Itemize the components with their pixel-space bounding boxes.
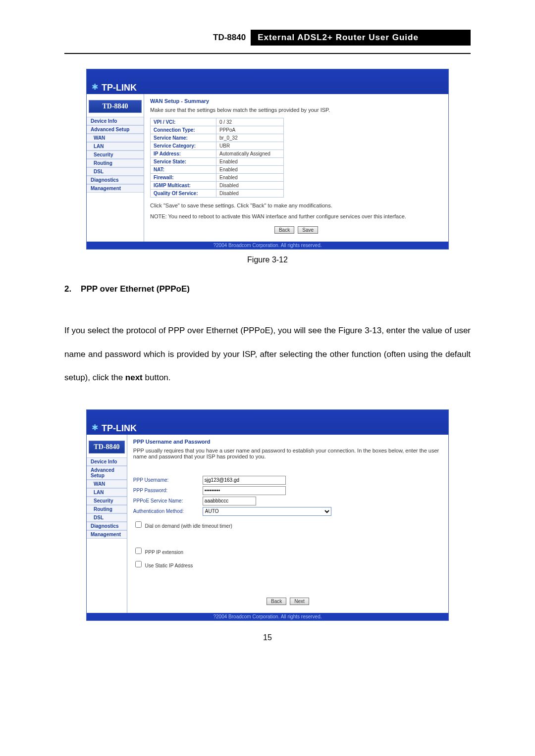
auth-method-label: Authentication Method: [133, 508, 203, 514]
nav-wan[interactable]: WAN [87, 480, 127, 488]
back-button[interactable]: Back [267, 598, 286, 605]
nav-dsl[interactable]: DSL [87, 513, 127, 522]
header-model: TD-8840 [208, 31, 251, 45]
dial-on-demand-checkbox[interactable] [135, 521, 142, 528]
nav-dsl[interactable]: DSL [87, 167, 144, 176]
nav-routing[interactable]: Routing [87, 505, 127, 513]
brand-name: TP-LINK [102, 83, 137, 93]
screenshot-wan-summary: TP-LINK TD-8840 Device Info Advanced Set… [86, 69, 449, 250]
row-value: Automatically Assigned [216, 150, 284, 158]
brand-logo-icon [92, 85, 100, 93]
summary-table: VPI / VCI:0 / 32 Connection Type:PPPoA S… [150, 118, 284, 198]
nav-device-info[interactable]: Device Info [87, 117, 144, 125]
body-paragraph: If you select the protocol of PPP over E… [64, 319, 471, 390]
ppp-ip-extension-checkbox[interactable] [135, 548, 142, 554]
row-label: NAT: [151, 166, 216, 174]
row-value: PPPoA [216, 126, 284, 134]
section-title-text: PPP over Ethernet (PPPoE) [81, 284, 190, 294]
row-label: VPI / VCI: [151, 118, 216, 126]
next-button[interactable]: Next [290, 598, 309, 605]
pppoe-service-input[interactable] [203, 497, 256, 505]
header-title: External ADSL2+ Router User Guide [251, 30, 471, 46]
figure-caption-1: Figure 3-12 [64, 255, 471, 264]
static-ip-label: Use Static IP Address [145, 563, 193, 568]
body-text-bold: next [125, 373, 143, 382]
ppp-ip-extension-label: PPP IP extension [145, 550, 183, 555]
row-value: Disabled [216, 182, 284, 190]
body-text-tail: button. [143, 373, 171, 382]
nav-management[interactable]: Management [87, 184, 144, 193]
row-label: Service State: [151, 158, 216, 166]
ppp-username-input[interactable] [203, 476, 286, 485]
content-title: PPP Username and Password [133, 439, 442, 445]
save-note: Click "Save" to save these settings. Cli… [150, 202, 442, 208]
row-label: Service Name: [151, 134, 216, 142]
brand-name: TP-LINK [102, 423, 137, 434]
nav-lan[interactable]: LAN [87, 142, 144, 151]
ppp-username-label: PPP Username: [133, 477, 203, 483]
ss-footer: ?2004 Broadcom Corporation. All rights r… [87, 613, 448, 620]
nav-security[interactable]: Security [87, 151, 144, 159]
ppp-password-label: PPP Password: [133, 488, 203, 493]
sidebar-model: TD-8840 [89, 100, 142, 113]
ss-footer: ?2004 Broadcom Corporation. All rights r… [87, 242, 448, 249]
reboot-note: NOTE: You need to reboot to activate thi… [150, 213, 442, 219]
nav-advanced-setup[interactable]: Advanced Setup [87, 466, 127, 480]
content-title: WAN Setup - Summary [150, 98, 442, 104]
nav-security[interactable]: Security [87, 497, 127, 505]
row-value: UBR [216, 142, 284, 150]
row-value: br_0_32 [216, 134, 284, 142]
header-divider [64, 53, 471, 54]
row-label: IP Address: [151, 150, 216, 158]
row-label: Service Category: [151, 142, 216, 150]
content-instruction: PPP usually requires that you have a use… [133, 448, 442, 459]
row-label: Quality Of Service: [151, 190, 216, 198]
row-value: Disabled [216, 190, 284, 198]
ppp-password-input[interactable] [203, 486, 286, 495]
sidebar: TD-8840 Device Info Advanced Setup WAN L… [87, 94, 144, 242]
ss-top-bar: TP-LINK [87, 69, 448, 94]
nav-diagnostics[interactable]: Diagnostics [87, 176, 144, 184]
ss-top-bar: TP-LINK [87, 410, 448, 435]
page-number: 15 [64, 633, 471, 642]
section-heading: 2. PPP over Ethernet (PPPoE) [64, 284, 471, 294]
sidebar: TD-8840 Device Info Advanced Setup WAN L… [87, 435, 127, 613]
save-button[interactable]: Save [298, 226, 318, 234]
nav-wan[interactable]: WAN [87, 134, 144, 142]
nav-routing[interactable]: Routing [87, 159, 144, 167]
row-label: IGMP Multicast: [151, 182, 216, 190]
content-instruction: Make sure that the settings below match … [150, 107, 442, 113]
row-value: Enabled [216, 158, 284, 166]
back-button[interactable]: Back [274, 226, 294, 234]
nav-device-info[interactable]: Device Info [87, 457, 127, 466]
auth-method-select[interactable]: AUTO [203, 507, 331, 516]
row-value: Enabled [216, 166, 284, 174]
dial-on-demand-label: Dial on demand (with idle timeout timer) [145, 523, 232, 529]
row-label: Connection Type: [151, 126, 216, 134]
section-number: 2. [64, 284, 71, 294]
static-ip-checkbox[interactable] [135, 561, 142, 567]
row-label: Firewall: [151, 174, 216, 182]
nav-management[interactable]: Management [87, 530, 127, 539]
pppoe-service-label: PPPoE Service Name: [133, 498, 203, 504]
screenshot-ppp-credentials: TP-LINK TD-8840 Device Info Advanced Set… [86, 409, 449, 621]
brand-logo-icon [92, 426, 100, 434]
row-value: 0 / 32 [216, 118, 284, 126]
nav-diagnostics[interactable]: Diagnostics [87, 522, 127, 530]
nav-advanced-setup[interactable]: Advanced Setup [87, 125, 144, 134]
row-value: Enabled [216, 174, 284, 182]
nav-lan[interactable]: LAN [87, 488, 127, 497]
sidebar-model: TD-8840 [89, 441, 125, 454]
